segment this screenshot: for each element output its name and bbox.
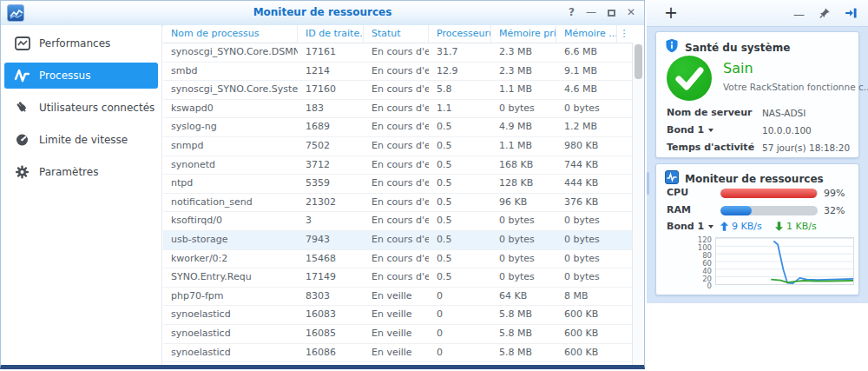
table-cell: 1.1 MB — [491, 81, 556, 99]
health-status-icon — [667, 56, 712, 101]
table-cell: 0 bytes — [491, 250, 556, 268]
sidebar-item-performances[interactable]: Performances — [4, 30, 158, 56]
table-cell: kswapd0 — [163, 100, 298, 118]
table-cell: 5.8 MB — [491, 362, 556, 365]
pin-icon[interactable] — [819, 6, 831, 23]
server-name-value: NAS-ADSI — [762, 108, 806, 118]
table-cell: 0 bytes — [556, 100, 617, 118]
table-cell: En veille — [364, 325, 429, 343]
upload-arrow-icon — [720, 222, 728, 231]
desktop: Moniteur de ressources ? — ✕ Performance… — [0, 0, 868, 371]
table-row[interactable]: smbd1214En cours d'e...12.92.3 MB9.1 MB — [163, 63, 632, 82]
table-row[interactable]: ksoftirqd/03En cours d'e...0.50 bytes0 b… — [163, 212, 632, 231]
bond1-network-label[interactable]: Bond 1 — [667, 221, 713, 232]
table-cell: synoelasticd — [163, 306, 298, 324]
column-header-id[interactable]: ID de traite... — [298, 25, 364, 43]
table-row[interactable]: kworker/0:215468En cours d'e...0.50 byte… — [163, 250, 632, 269]
table-row[interactable]: SYNO.Entry.Requ17149En cours d'e...0.50 … — [163, 268, 632, 288]
add-widget-button[interactable]: + — [664, 3, 678, 22]
sidebar-item-label: Utilisateurs connectés — [39, 102, 155, 114]
column-header-memoire-privee[interactable]: Mémoire priv... — [491, 25, 556, 43]
maximize-icon[interactable] — [608, 10, 615, 17]
dock-panel-icon[interactable] — [845, 6, 858, 23]
table-cell: En cours d'e... — [364, 194, 429, 212]
table-cell: 600 KB — [556, 306, 617, 324]
table-cell: 0.5 — [429, 194, 491, 212]
table-cell: 15468 — [298, 250, 364, 268]
panel-resize-handle[interactable] — [647, 172, 649, 195]
table-cell: 0 — [429, 306, 491, 324]
table-row[interactable]: syslog-ng1689En cours d'e...0.54.9 MB1.2… — [163, 118, 632, 137]
table-cell: 3712 — [298, 156, 364, 175]
table-cell: En veille — [364, 306, 429, 324]
column-header-nom[interactable]: Nom de processus — [163, 25, 298, 43]
table-cell: En cours d'e... — [364, 268, 429, 287]
table-cell: 21302 — [298, 194, 364, 212]
table-row[interactable]: synoscgi_SYNO.Core.System...17160En cour… — [163, 81, 632, 100]
monitor-widget-title: Moniteur de ressources — [685, 173, 824, 185]
table-row[interactable]: synoelasticd16087En veille05.8 MB600 KB — [163, 362, 632, 365]
table-row[interactable]: synonetd3712En cours d'e...0.5168 KB744 … — [163, 156, 632, 176]
table-cell: 444 KB — [556, 175, 617, 193]
sidebar-item-label: Processus — [39, 70, 90, 82]
table-cell: 7502 — [298, 137, 364, 156]
table-row[interactable]: notification_send21302En cours d'e...0.5… — [163, 194, 632, 213]
sidebar-item-limite-de-vitesse[interactable]: Limite de vitesse — [4, 127, 158, 153]
download-arrow-icon — [775, 222, 783, 231]
column-header-statut[interactable]: Statut — [364, 25, 429, 43]
table-cell: 16087 — [298, 362, 364, 365]
cpu-percent: 99% — [824, 188, 845, 199]
table-cell: 96 KB — [491, 194, 556, 212]
resource-monitor-window: Moniteur de ressources ? — ✕ Performance… — [0, 0, 645, 369]
table-cell: 744 KB — [556, 156, 617, 175]
help-icon[interactable]: ? — [569, 5, 575, 19]
download-rate: 1 KB/s — [775, 221, 817, 232]
bond1-ip-value: 10.0.0.100 — [762, 125, 812, 136]
table-row[interactable]: php70-fpm8303En veille064 KB8 MB — [163, 288, 632, 307]
table-cell: 5.8 MB — [491, 325, 556, 343]
sidebar-item-parametres[interactable]: Paramètres — [4, 159, 158, 185]
table-cell: 2.3 MB — [491, 63, 556, 81]
table-cell: 183 — [298, 100, 364, 118]
table-cell: 600 KB — [556, 362, 617, 365]
table-scrollbar[interactable] — [632, 43, 644, 365]
table-row[interactable]: usb-storage7943En cours d'e...0.50 bytes… — [163, 231, 632, 250]
table-cell: 0 bytes — [556, 231, 617, 249]
table-cell: 0.5 — [429, 156, 491, 175]
table-row[interactable]: synoelasticd16086En veille05.8 MB600 KB — [163, 344, 632, 363]
table-cell: 4.9 MB — [491, 118, 556, 136]
table-cell: En cours d'e... — [364, 137, 429, 156]
chevron-down-icon[interactable] — [708, 129, 713, 132]
ram-usage-bar — [720, 206, 818, 215]
table-cell: En veille — [364, 344, 429, 362]
table-cell: 0 — [429, 362, 491, 365]
table-row[interactable]: kswapd0183En cours d'e...1.10 bytes0 byt… — [163, 100, 632, 119]
sidebar-item-utilisateurs-connectes[interactable]: Utilisateurs connectés — [4, 95, 158, 121]
table-cell: En cours d'e... — [364, 231, 429, 249]
ram-percent: 32% — [824, 205, 845, 216]
table-row[interactable]: synoelasticd16083En veille05.8 MB600 KB — [163, 306, 632, 325]
table-row[interactable]: synoscgi_SYNO.Core.DSMNoti...17161En cou… — [163, 43, 632, 63]
table-cell: 5.8 MB — [491, 306, 556, 324]
table-cell: 0 — [429, 325, 491, 343]
ram-label: RAM — [667, 204, 691, 215]
sidebar-item-processus[interactable]: Processus — [4, 63, 158, 89]
chevron-down-icon[interactable] — [708, 225, 713, 229]
column-options-icon[interactable]: ⋮ — [617, 25, 631, 43]
column-header-memoire[interactable]: Mémoire ... — [556, 25, 617, 43]
column-header-processeur[interactable]: Processeur(... — [429, 25, 491, 43]
table-cell: En cours d'e... — [364, 118, 429, 136]
table-cell: 16085 — [298, 325, 364, 343]
table-row[interactable]: ntpd5359En cours d'e...0.5128 KB444 KB — [163, 175, 632, 194]
table-row[interactable]: synoelasticd16085En veille05.8 MB600 KB — [163, 325, 632, 344]
table-cell: 0.5 — [429, 212, 491, 230]
table-cell: 1689 — [298, 118, 364, 136]
table-row[interactable]: snmpd7502En cours d'e...0.51.1 MB980 KB — [163, 137, 632, 156]
table-body: synoscgi_SYNO.Core.DSMNoti...17161En cou… — [163, 43, 632, 365]
collapse-panel-icon[interactable]: — — [793, 9, 805, 21]
minimize-icon[interactable]: — — [586, 5, 596, 19]
scrollbar-thumb[interactable] — [635, 44, 642, 79]
close-icon[interactable]: ✕ — [627, 5, 635, 19]
bond1-label[interactable]: Bond 1 — [667, 124, 713, 136]
titlebar[interactable]: Moniteur de ressources ? — ✕ — [1, 1, 644, 26]
